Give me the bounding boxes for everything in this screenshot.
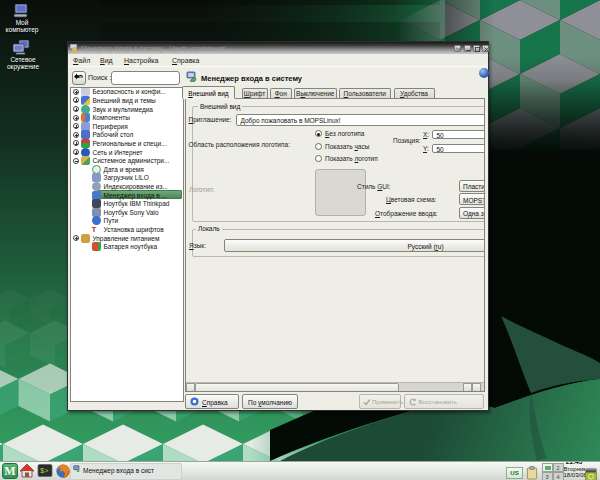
svg-text:$>: $> <box>40 467 48 475</box>
